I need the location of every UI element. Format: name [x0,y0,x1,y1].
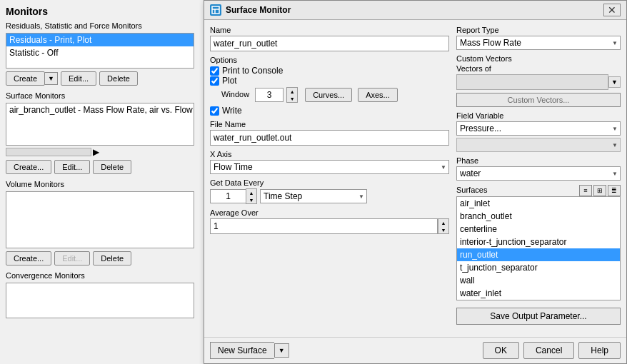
create-btn[interactable]: Create [6,71,45,86]
cancel-btn[interactable]: Cancel [523,342,574,359]
filename-label: File Name [210,120,449,128]
get-data-down[interactable]: ▼ [246,196,256,203]
surfaces-icon-1[interactable]: ≡ [579,185,592,196]
surface-monitor-dialog: Surface Monitor ✕ Name Options Print to … [204,0,627,364]
phase-select[interactable]: water [456,166,621,181]
report-type-select[interactable]: Mass Flow Rate [456,36,621,50]
field-variable-select[interactable]: Pressure... [456,121,621,136]
surface-item-2[interactable]: centerline [457,223,620,236]
volume-monitors-label: Volume Monitors [6,180,194,188]
custom-vectors-btn[interactable]: Custom Vectors... [456,93,621,107]
xaxis-select[interactable]: Flow Time [210,160,449,174]
surface-item-4[interactable]: run_outlet [457,248,620,261]
name-input[interactable] [210,36,449,51]
surface-list-scrollbar[interactable] [6,148,91,156]
create-dropdown[interactable]: Create ▼ [6,71,58,86]
name-section: Name [210,26,449,51]
close-button[interactable]: ✕ [603,4,621,16]
surface-item-5[interactable]: t_junction_separator [457,261,620,274]
field-variable-section: Field Variable Pressure... [456,111,621,152]
surfaces-label: Surfaces [456,186,487,194]
average-over-row: ▲ ▼ [210,218,449,234]
get-data-spin-col[interactable]: ▲ ▼ [246,188,257,204]
avg-down[interactable]: ▼ [438,226,448,233]
surface-monitors-label: Surface Monitors [6,91,194,100]
field-variable-sub-select[interactable] [456,138,621,152]
report-type-label: Report Type [456,26,621,34]
window-input[interactable] [255,88,284,102]
custom-vectors-section: Custom Vectors Vectors of ▼ Custom Vecto… [456,54,621,107]
time-step-select[interactable]: Time Step [260,189,367,203]
help-btn[interactable]: Help [578,342,621,359]
xaxis-section: X Axis Flow Time [210,150,449,174]
save-output-btn[interactable]: Save Output Parameter... [456,308,621,325]
delete2-btn[interactable]: Delete [93,160,131,174]
surface-item-0[interactable]: air_inlet [457,197,620,210]
residuals-item-1[interactable]: Statistic - Off [6,46,194,59]
filename-input[interactable] [210,130,449,146]
surfaces-list: air_inlet branch_outlet centerline inter… [456,196,621,300]
write-checkbox[interactable] [210,106,219,116]
convergence-monitors-list [6,283,194,318]
surface-item-3[interactable]: interior-t_junction_separator [457,236,620,248]
print-console-checkbox[interactable] [210,66,219,76]
create-dropdown-arrow[interactable]: ▼ [45,72,58,85]
new-surface-dropdown-arrow[interactable]: ▼ [274,343,289,358]
volume-monitors-list [6,191,194,248]
average-over-input[interactable] [210,218,438,234]
get-data-section: Get Data Every ▲ ▼ Time Step [210,178,449,204]
phase-section: Phase water [456,156,621,181]
axes-btn[interactable]: Axes... [358,88,398,102]
write-label: Write [222,106,242,116]
get-data-input[interactable] [210,189,246,203]
plot-label: Plot [222,76,237,86]
vectors-of-label: Vectors of [456,64,621,73]
avg-up[interactable]: ▲ [438,219,448,226]
plot-checkbox[interactable] [210,76,219,86]
report-type-section: Report Type Mass Flow Rate [456,26,621,50]
surface-item-6[interactable]: wall [457,274,620,287]
vectors-of-dropdown-arrow[interactable]: ▼ [608,76,621,88]
field-variable-sub-wrapper [456,138,621,152]
delete3-btn[interactable]: Delete [93,251,131,266]
vectors-of-display [456,74,608,90]
dialog-left-col: Name Options Print to Console Plot Windo… [210,26,449,320]
field-variable-wrapper: Pressure... [456,121,621,136]
name-label: Name [210,26,449,34]
create3-btn[interactable]: Create... [6,251,51,266]
get-data-row: ▲ ▼ Time Step [210,188,449,204]
curves-btn[interactable]: Curves... [305,88,352,102]
create2-btn[interactable]: Create... [6,160,51,174]
scroll-right-arrow[interactable]: ▶ [93,147,99,157]
window-down-arrow[interactable]: ▼ [287,95,297,102]
get-data-up[interactable]: ▲ [246,189,256,196]
surface-monitors-list: air_branch_outlet - Mass Flow Rate, air … [6,103,194,146]
average-over-section: Average Over ▲ ▼ [210,208,449,234]
surface-item-1[interactable]: branch_outlet [457,210,620,223]
avg-spinner[interactable]: ▲ ▼ [438,218,449,234]
phase-label: Phase [456,156,621,165]
ok-btn[interactable]: OK [483,342,519,359]
surface-item-7[interactable]: water_inlet [457,287,620,300]
surfaces-icon-2[interactable]: ⊞ [593,185,606,196]
residuals-item-0[interactable]: Residuals - Print, Plot [6,34,194,46]
edit3-btn[interactable]: Edit... [54,251,90,266]
new-surface-btn[interactable]: New Surface [210,342,274,359]
surface-monitor-item-0[interactable]: air_branch_outlet - Mass Flow Rate, air … [6,103,194,116]
report-type-wrapper: Mass Flow Rate [456,36,621,50]
new-surface-group: New Surface ▼ [210,342,289,359]
edit-btn[interactable]: Edit... [61,71,96,86]
write-row: Write [210,106,449,116]
filename-section: File Name [210,120,449,146]
delete-btn[interactable]: Delete [99,71,138,86]
window-up-arrow[interactable]: ▲ [287,88,297,95]
edit2-btn[interactable]: Edit... [54,160,90,174]
dialog-icon [210,4,221,16]
surfaces-header: Surfaces ≡ ⊞ ≣ [456,185,621,196]
window-spinner[interactable]: ▲ ▼ [286,87,298,103]
dialog-titlebar: Surface Monitor ✕ [204,1,626,20]
surfaces-icon-3[interactable]: ≣ [608,185,621,196]
footer-right: OK Cancel Help [483,342,621,359]
footer-left: New Surface ▼ [210,342,289,359]
residuals-list: Residuals - Print, Plot Statistic - Off [6,33,194,69]
